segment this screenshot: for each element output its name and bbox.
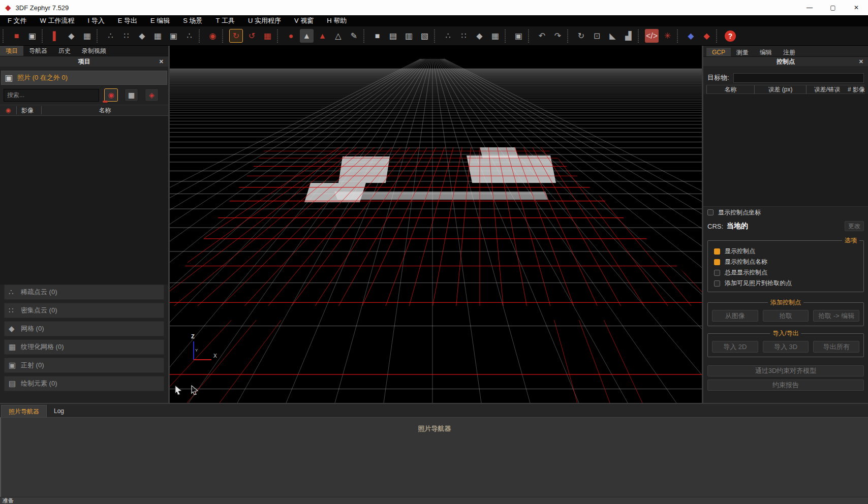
filter-markers-button[interactable]: ◈ bbox=[145, 88, 159, 102]
masquerade-button[interactable]: ◆ bbox=[684, 29, 698, 43]
mesh-item[interactable]: ◆ 网格 (0) bbox=[4, 321, 164, 336]
generate-textured-mesh-button[interactable]: ▦ bbox=[151, 29, 165, 43]
dense-points-button[interactable]: ∷ bbox=[457, 29, 471, 43]
visibility-eye-icon[interactable]: ◉ bbox=[0, 107, 16, 114]
ortho-item[interactable]: ▣ 正射 (0) bbox=[4, 358, 164, 373]
close-panel-icon[interactable]: ✕ bbox=[859, 57, 863, 66]
crs-change-button[interactable]: 更改 bbox=[845, 221, 864, 231]
lighting-button[interactable]: ● bbox=[284, 29, 298, 43]
gcp-table-empty-area[interactable] bbox=[703, 94, 868, 207]
sparse-points-button[interactable]: ∴ bbox=[441, 29, 455, 43]
menu-item[interactable]: T 工具 bbox=[209, 15, 241, 26]
photo-list-empty-area[interactable] bbox=[0, 116, 168, 285]
minimize-button[interactable]: — bbox=[798, 0, 821, 15]
rotate-view-button[interactable]: ↻ bbox=[229, 29, 243, 43]
right-panel-tab[interactable]: GCP bbox=[706, 48, 731, 56]
bottom-tab[interactable]: Log bbox=[47, 405, 71, 417]
textured-mesh-item[interactable]: ▦ 纹理化网格 (0) bbox=[4, 339, 164, 355]
left-panel-tab[interactable]: 录制视频 bbox=[76, 46, 112, 56]
import-2d-button[interactable]: 导入 2D bbox=[712, 341, 758, 353]
scarlet-button[interactable]: ◆ bbox=[700, 29, 714, 43]
save-project-button[interactable]: ▣ bbox=[25, 29, 39, 43]
images-column-header[interactable]: 影像 bbox=[17, 106, 41, 115]
show-mesh-button[interactable]: ▲ bbox=[300, 29, 314, 43]
left-panel-tab[interactable]: 历史 bbox=[53, 46, 76, 56]
photos-group-item[interactable]: ▣ 照片 (0 在之外 0) bbox=[1, 71, 167, 85]
redo-button[interactable]: ↷ bbox=[551, 29, 565, 43]
gcp-column-header[interactable]: 误差/错误 bbox=[806, 85, 848, 94]
filter-cameras-button[interactable]: ◉ bbox=[104, 88, 118, 102]
constraints-report-button[interactable]: 约束报告 bbox=[707, 380, 864, 391]
rotate-target-button[interactable]: ↺ bbox=[245, 29, 259, 43]
dense-cube-button[interactable]: ▦ bbox=[80, 29, 94, 43]
console-button[interactable]: </> bbox=[645, 29, 659, 43]
settings-button[interactable]: ✳ bbox=[661, 29, 674, 43]
menu-item[interactable]: F 文件 bbox=[1, 15, 34, 26]
pin-note-button[interactable]: ▥ bbox=[402, 29, 416, 43]
maximize-button[interactable]: ▢ bbox=[821, 0, 845, 15]
orbit-gizmo-button[interactable]: ↻ bbox=[574, 29, 588, 43]
photo-navigator-panel[interactable]: 照片导航器 bbox=[0, 417, 868, 497]
measure-button[interactable]: ◣ bbox=[606, 29, 619, 43]
show-colored-mesh-button[interactable]: ▲ bbox=[316, 29, 329, 43]
checkbox-icon[interactable] bbox=[714, 270, 720, 276]
photo-visibility-button[interactable]: ▣ bbox=[512, 29, 525, 43]
dense-cloud-item[interactable]: ∷ 密集点云 (0) bbox=[4, 303, 164, 318]
open-project-button[interactable]: ■ bbox=[10, 29, 23, 43]
menu-item[interactable]: W 工作流程 bbox=[34, 15, 81, 26]
shape-note-button[interactable]: ▧ bbox=[418, 29, 431, 43]
close-button[interactable]: ✕ bbox=[845, 0, 868, 15]
close-panel-icon[interactable]: ✕ bbox=[159, 56, 164, 67]
video-camera-button[interactable]: ■ bbox=[370, 29, 384, 43]
undo-button[interactable]: ↶ bbox=[535, 29, 549, 43]
menu-item[interactable]: H 帮助 bbox=[320, 15, 353, 26]
checkbox-icon[interactable] bbox=[714, 259, 720, 265]
gcp-column-header[interactable]: 误差 (px) bbox=[754, 85, 806, 94]
help-button[interactable]: ? bbox=[725, 30, 736, 42]
drawing-item[interactable]: ▤ 绘制元素 (0) bbox=[4, 376, 164, 391]
right-panel-tab[interactable]: 注册 bbox=[778, 48, 801, 56]
show-coordinates-checkbox-row[interactable]: 显示控制点坐标 bbox=[703, 208, 868, 217]
export-all-button[interactable]: 导出所有 bbox=[813, 341, 859, 353]
textured-cube-button[interactable]: ▦ bbox=[488, 29, 502, 43]
viewport-3d[interactable]: Z Y X bbox=[170, 46, 702, 403]
align-model-button[interactable]: 通过3D约束对齐模型 bbox=[707, 365, 864, 376]
menu-item[interactable]: U 实用程序 bbox=[241, 15, 288, 26]
show-wireframe-button[interactable]: △ bbox=[331, 29, 345, 43]
sparse-cloud-item[interactable]: ∴ 稀疏点云 (0) bbox=[4, 285, 164, 300]
menu-item[interactable]: S 场景 bbox=[176, 15, 209, 26]
wasd-navigation-button[interactable]: ▦ bbox=[261, 29, 274, 43]
option-checkbox-row[interactable]: 总是显示控制点 bbox=[708, 267, 863, 278]
menu-item[interactable]: E 导出 bbox=[111, 15, 144, 26]
sparse-cube-button[interactable]: ◆ bbox=[65, 29, 78, 43]
option-checkbox-row[interactable]: 显示控制点 bbox=[708, 246, 863, 257]
option-checkbox-row[interactable]: 显示控制点名称 bbox=[708, 257, 863, 267]
gcp-column-header[interactable]: # 影像 bbox=[848, 85, 865, 94]
generate-sparse-cloud-button[interactable]: ∴ bbox=[104, 29, 117, 43]
upload-cloud-button[interactable]: ∴ bbox=[182, 29, 196, 43]
gcp-column-header[interactable]: 名称 bbox=[706, 85, 754, 94]
right-panel-tab[interactable]: 编辑 bbox=[754, 48, 778, 56]
option-checkbox-row[interactable]: 添加可见照片到拾取的点 bbox=[708, 278, 863, 289]
import-photos-button[interactable]: ▌ bbox=[49, 29, 63, 43]
paint-brush-button[interactable]: ✎ bbox=[347, 29, 361, 43]
menu-item[interactable]: I 导入 bbox=[81, 15, 111, 26]
menu-item[interactable]: E 编辑 bbox=[144, 15, 176, 26]
bottom-tab[interactable]: 照片导航器 bbox=[1, 405, 47, 417]
pick-button[interactable]: 拾取 bbox=[763, 310, 809, 322]
stats-button[interactable]: ▟ bbox=[622, 29, 635, 43]
mesh-cube-button[interactable]: ◆ bbox=[473, 29, 486, 43]
generate-ortho-button[interactable]: ▣ bbox=[167, 29, 180, 43]
generate-mesh-button[interactable]: ◆ bbox=[135, 29, 149, 43]
checkbox-icon[interactable] bbox=[714, 248, 720, 255]
camera-button[interactable]: ◉ bbox=[206, 29, 220, 43]
note-button[interactable]: ▤ bbox=[386, 29, 400, 43]
left-panel-tab[interactable]: 导航器 bbox=[23, 46, 53, 56]
bounding-box-button[interactable]: ⊡ bbox=[590, 29, 604, 43]
name-column-header[interactable]: 名称 bbox=[42, 106, 168, 115]
pick-edit-button[interactable]: 拾取 -> 编辑 bbox=[813, 310, 859, 322]
menu-item[interactable]: V 视窗 bbox=[288, 15, 320, 26]
checkbox-icon[interactable] bbox=[707, 209, 714, 215]
filter-date-button[interactable]: ▦ bbox=[125, 88, 138, 102]
generate-dense-cloud-button[interactable]: ∷ bbox=[119, 29, 133, 43]
